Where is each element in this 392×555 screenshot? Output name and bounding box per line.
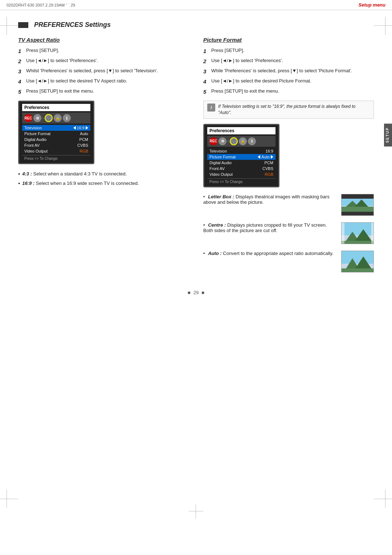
letterbox-text: Letter Box : Displays theatrical images … bbox=[203, 194, 338, 205]
auto-text: Auto : Convert to the appropriate aspect… bbox=[203, 251, 338, 256]
rec-icon: REC bbox=[24, 114, 32, 122]
icon3: 🎵 bbox=[45, 114, 53, 122]
left-section-title: TV Aspect Ratio bbox=[18, 37, 189, 43]
bullet-auto: Auto : Convert to the appropriate aspect… bbox=[203, 251, 374, 272]
right-step-1: 1 Press [SETUP]. bbox=[203, 47, 374, 55]
right-step-2-text: Use [◄/►] to select 'Preferences'. bbox=[211, 57, 283, 64]
corner-line-bl-h bbox=[0, 499, 18, 499]
corner-line-bl-v bbox=[7, 490, 7, 508]
svg-rect-18 bbox=[342, 268, 374, 272]
svg-rect-12 bbox=[342, 223, 344, 244]
right-section-title: Picture Format bbox=[203, 37, 374, 43]
right-step-1-text: Press [SETUP]. bbox=[211, 47, 244, 54]
right-row-1: Television 16:9 bbox=[207, 148, 275, 154]
two-column-layout: TV Aspect Ratio 1 Press [SETUP]. 2 Use [… bbox=[18, 37, 374, 279]
right-step-3: 3 While 'Preferences' is selected, press… bbox=[203, 68, 374, 75]
side-tab: SETUP bbox=[384, 123, 392, 146]
left-row-2: Picture Format Auto bbox=[22, 131, 90, 137]
left-screen-footer: Press <> To Change. bbox=[22, 155, 90, 161]
page-title: PREFERENCES Settings bbox=[34, 21, 111, 29]
note-text: If Television setting is set to "16:9", … bbox=[218, 104, 370, 116]
corner-line-br-v bbox=[385, 490, 385, 508]
centre-text: Centre : Displays pictures cropped to fi… bbox=[203, 222, 338, 233]
icon4-r: 🔒 bbox=[239, 137, 247, 145]
left-column: TV Aspect Ratio 1 Press [SETUP]. 2 Use [… bbox=[18, 37, 189, 279]
left-step-1-text: Press [SETUP]. bbox=[26, 47, 59, 54]
left-step-5: 5 Press [SETUP] to exit the menu. bbox=[18, 88, 189, 96]
right-step-4-text: Use [◄/►] to select the desired Picture … bbox=[211, 78, 311, 84]
centre-thumbnail bbox=[341, 222, 374, 244]
right-screen-mockup: Preferences REC ⚙ › 🎵 🔒 ℹ Television 16:… bbox=[203, 124, 279, 187]
left-step-5-text: Press [SETUP] to exit the menu. bbox=[26, 88, 94, 94]
right-screen-title: Preferences bbox=[207, 127, 275, 134]
right-step-3-text: While 'Preferences' is selected, press [… bbox=[211, 68, 352, 74]
left-step-1: 1 Press [SETUP]. bbox=[18, 47, 189, 55]
letterbox-thumbnail bbox=[341, 194, 374, 216]
svg-rect-6 bbox=[342, 207, 374, 212]
rec-icon-r: REC bbox=[209, 137, 217, 145]
left-bullet-2: 16:9 : Select when a 16:9 wide screen TV… bbox=[18, 180, 189, 187]
left-row-3: Digital Audio PCM bbox=[22, 137, 90, 142]
right-column: Picture Format 1 Press [SETUP]. 2 Use [◄… bbox=[203, 37, 374, 279]
right-row-2: Picture Format Auto bbox=[207, 154, 275, 160]
header: 0202DRHT-630 2007.2.29:19AM ˘ ` 29 Setup… bbox=[0, 0, 392, 10]
left-step-2: 2 Use [◄/►] to select 'Preferences'. bbox=[18, 57, 189, 65]
left-step-2-text: Use [◄/►] to select 'Preferences'. bbox=[26, 57, 98, 64]
note-icon: i bbox=[207, 104, 215, 112]
right-step-2: 2 Use [◄/►] to select 'Preferences'. bbox=[203, 57, 374, 65]
icon3-r: 🎵 bbox=[230, 137, 238, 145]
left-step-3: 3 Whilst 'Preferences' is selected, pres… bbox=[18, 68, 189, 75]
left-row-5: Video Output RGB bbox=[22, 148, 90, 154]
bullet-centre: Centre : Displays pictures cropped to fi… bbox=[203, 222, 374, 244]
right-row-4: Front AV CVBS bbox=[207, 166, 275, 171]
left-icon-row: REC ⚙ › 🎵 🔒 ℹ bbox=[22, 113, 90, 123]
icon4: 🔒 bbox=[54, 114, 62, 122]
right-bullets: Letter Box : Displays theatrical images … bbox=[203, 194, 374, 272]
left-bullets: 4:3 : Select when a standard 4:3 TV is c… bbox=[18, 171, 189, 187]
left-step-4-text: Use [◄/►] to select the desired TV Aspec… bbox=[26, 78, 127, 84]
corner-line-br-h bbox=[374, 499, 392, 499]
page-number: 29 bbox=[193, 290, 199, 295]
left-arrow-icon bbox=[73, 126, 76, 130]
icon5-r: ℹ bbox=[248, 137, 256, 145]
page-number-area: ■ 29 ■ bbox=[18, 290, 374, 295]
right-step-5-text: Press [SETUP] to exit the menu. bbox=[211, 88, 279, 94]
icon2-r: ⚙ bbox=[219, 137, 226, 145]
svg-rect-13 bbox=[371, 223, 374, 244]
left-step-4: 4 Use [◄/►] to select the desired TV Asp… bbox=[18, 78, 189, 85]
left-row-1: Television 16:9 bbox=[22, 125, 90, 131]
svg-rect-15 bbox=[342, 251, 374, 264]
header-right: Setup menu bbox=[359, 2, 385, 8]
right-arrow-icon bbox=[86, 126, 88, 130]
right-step-4: 4 Use [◄/►] to select the desired Pictur… bbox=[203, 78, 374, 85]
right-step-5: 5 Press [SETUP] to exit the menu. bbox=[203, 88, 374, 96]
left-steps-list: 1 Press [SETUP]. 2 Use [◄/►] to select '… bbox=[18, 47, 189, 96]
svg-rect-11 bbox=[342, 241, 374, 244]
left-bullet-1: 4:3 : Select when a standard 4:3 TV is c… bbox=[18, 171, 189, 177]
bottom-center-v bbox=[196, 504, 196, 519]
right-icon-row: REC ⚙ › 🎵 🔒 ℹ bbox=[207, 136, 275, 147]
left-screen-mockup: Preferences REC ⚙ › 🎵 🔒 ℹ Television 16:… bbox=[18, 101, 94, 164]
title-bar-decoration bbox=[18, 22, 28, 28]
icon2: ⚙ bbox=[33, 114, 41, 122]
left-screen-title: Preferences bbox=[22, 104, 90, 111]
right-arrow-icon-r bbox=[271, 155, 273, 159]
right-row-5: Video Output RGB bbox=[207, 171, 275, 177]
right-row-3: Digital Audio PCM bbox=[207, 160, 275, 166]
right-steps-list: 1 Press [SETUP]. 2 Use [◄/►] to select '… bbox=[203, 47, 374, 96]
right-screen-footer: Press <> To Change. bbox=[207, 178, 275, 184]
left-arrow-icon-r bbox=[258, 155, 260, 159]
section-title: PREFERENCES Settings bbox=[18, 21, 374, 29]
svg-rect-1 bbox=[342, 194, 374, 199]
bottom-center-h bbox=[189, 511, 203, 511]
main-content: PREFERENCES Settings TV Aspect Ratio 1 P… bbox=[0, 10, 392, 306]
bullet-letterbox: Letter Box : Displays theatrical images … bbox=[203, 194, 374, 216]
auto-thumbnail bbox=[341, 251, 374, 272]
header-left: 0202DRHT-630 2007.2.29:19AM ˘ ` 29 bbox=[7, 3, 75, 7]
icon5: ℹ bbox=[63, 114, 71, 122]
left-row-4: Front AV CVBS bbox=[22, 142, 90, 148]
note-box: i If Television setting is set to "16:9"… bbox=[203, 101, 374, 119]
left-step-3-text: Whilst 'Preferences' is selected, press … bbox=[26, 68, 158, 74]
svg-rect-2 bbox=[342, 212, 374, 216]
svg-rect-8 bbox=[342, 223, 374, 235]
